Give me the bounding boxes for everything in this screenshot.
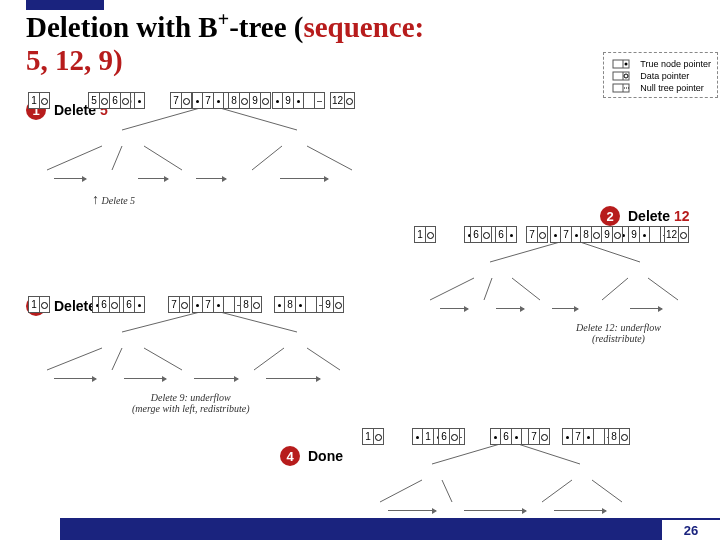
legend-box: True node pointer Data pointer Null tree… (603, 52, 718, 98)
legend-row: Null tree pointer (608, 83, 711, 93)
svg-line-25 (47, 348, 102, 370)
title-prefix: Deletion with B (26, 11, 218, 43)
tree-leaf: 1 (362, 428, 384, 445)
svg-line-12 (112, 146, 122, 170)
svg-line-21 (602, 278, 628, 300)
leaf-link-arrow (554, 510, 606, 511)
tree-leaf: 12 (330, 92, 355, 109)
tree-node: 7 (192, 296, 245, 313)
step-label: Delete (628, 208, 674, 224)
page-ribbon: 26 (0, 518, 720, 540)
leaf-link-arrow (138, 178, 168, 179)
tree-leaf: 9 (322, 296, 344, 313)
svg-line-34 (542, 480, 572, 502)
legend-text: Data pointer (640, 71, 689, 81)
svg-line-9 (122, 108, 200, 130)
svg-line-23 (122, 312, 200, 332)
svg-point-5 (624, 74, 628, 78)
step-marker-2: 2 Delete 12 (600, 206, 690, 226)
svg-line-26 (112, 348, 122, 370)
tree-leaf: 7 (528, 428, 550, 445)
svg-line-30 (432, 444, 500, 464)
step-marker-4: 4 Done (280, 446, 343, 466)
tree-leaf: 8 (608, 428, 630, 445)
ring-icon (608, 71, 634, 81)
leaf-link-arrow (496, 308, 524, 309)
title-seq-word: sequence: (303, 11, 424, 43)
svg-line-24 (220, 312, 297, 332)
bullet-4: 4 (280, 446, 300, 466)
step-label: Done (308, 448, 343, 464)
tree-node: 8 (274, 296, 327, 313)
tree-leaf: 6 (98, 296, 120, 313)
leaf-link-arrow (54, 178, 86, 179)
tree-leaf: 12 (664, 226, 689, 243)
legend-row: True node pointer (608, 59, 711, 69)
svg-line-18 (430, 278, 474, 300)
diagram-caption: ↑ Delete 5 (92, 192, 135, 208)
title-plus: + (218, 8, 229, 30)
legend-row: Data pointer (608, 71, 711, 81)
leaf-link-arrow (194, 378, 238, 379)
svg-point-2 (625, 63, 628, 66)
diagram-step4-final: 6 1 7 1 6 7 8 (352, 428, 672, 528)
tree-leaf: 7 (526, 226, 548, 243)
svg-line-16 (490, 242, 560, 262)
svg-line-20 (512, 278, 540, 300)
leaf-link-arrow (280, 178, 328, 179)
svg-line-32 (380, 480, 422, 502)
tree-node: 9 (272, 92, 325, 109)
leaf-link-arrow (124, 378, 166, 379)
svg-line-19 (484, 278, 492, 300)
diagram-step2-before: 7 16 9 1 6 7 89 12 Delete 12: underflow(… (410, 226, 720, 336)
ribbon-bar (60, 518, 662, 540)
diagram-edges (22, 92, 402, 212)
dash-icon (608, 83, 634, 93)
leaf-link-arrow (388, 510, 436, 511)
leaf-link-arrow (464, 510, 526, 511)
svg-line-29 (307, 348, 340, 370)
tree-leaf: 7 (168, 296, 190, 313)
diagram-caption: Delete 9: underflow(merge with left, red… (132, 392, 250, 414)
svg-line-35 (592, 480, 622, 502)
tree-leaf: 1 (414, 226, 436, 243)
tree-leaf: 89 (580, 226, 623, 243)
tree-leaf: 1 (28, 296, 50, 313)
leaf-link-arrow (630, 308, 662, 309)
dot-icon (608, 59, 634, 69)
diagram-caption: Delete 12: underflow(redistribute) (576, 322, 661, 344)
title-seq-vals: 5, 12, 9 (26, 44, 113, 76)
tree-leaf: 6 (470, 226, 492, 243)
tree-leaf: 7 (170, 92, 192, 109)
svg-line-17 (580, 242, 640, 262)
svg-line-14 (252, 146, 282, 170)
svg-line-31 (518, 444, 580, 464)
page-title: Deletion with B+-tree (sequence: 5, 12, … (26, 8, 424, 77)
leaf-link-arrow (266, 378, 320, 379)
leaf-link-arrow (196, 178, 226, 179)
svg-line-10 (220, 108, 297, 130)
svg-rect-3 (613, 72, 629, 80)
legend-text: Null tree pointer (640, 83, 704, 93)
leaf-link-arrow (440, 308, 468, 309)
step-val: 12 (674, 208, 690, 224)
leaf-link-arrow (552, 308, 578, 309)
legend-text: True node pointer (640, 59, 711, 69)
title-paren: ) (113, 44, 123, 76)
svg-line-27 (144, 348, 182, 370)
tree-leaf: 89 (228, 92, 271, 109)
tree-leaf: 8 (240, 296, 262, 313)
svg-line-15 (307, 146, 352, 170)
tree-leaf: 6 (438, 428, 460, 445)
page-number: 26 (662, 518, 720, 540)
svg-line-13 (144, 146, 182, 170)
svg-line-28 (254, 348, 284, 370)
svg-line-11 (47, 146, 102, 170)
diagram-step3-before: 7 16 8 1 6 7 8 9 Delete 9: underflow(mer… (22, 296, 402, 416)
diagram-step1-before: 7 16 9 1 56 7 89 12 ↑ Delete 5 (22, 92, 402, 212)
tree-leaf: 1 (28, 92, 50, 109)
title-mid: -tree ( (229, 11, 303, 43)
bullet-2: 2 (600, 206, 620, 226)
svg-line-33 (442, 480, 452, 502)
tree-leaf: 56 (88, 92, 131, 109)
